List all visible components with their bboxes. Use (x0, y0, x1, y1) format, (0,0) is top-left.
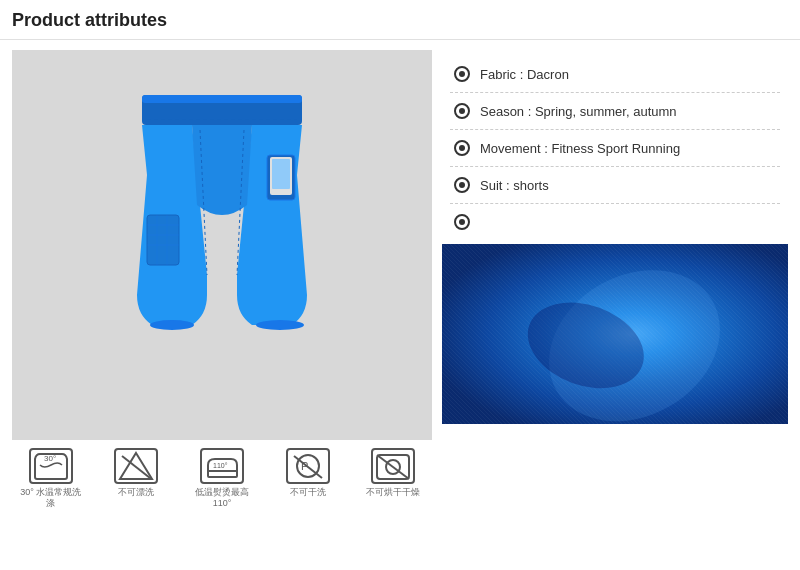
attribute-row-season: Season : Spring, summer, autumn (450, 93, 780, 130)
product-image (92, 75, 352, 415)
care-item-no-tumble: 不可烘干干燥 (358, 448, 428, 498)
bullet-icon-season (454, 103, 470, 119)
attribute-row-fabric: Fabric : Dacron (450, 56, 780, 93)
content-area: 30° 30° 水温常规洗涤 不可漂洗 (0, 40, 800, 519)
bullet-icon-fabric (454, 66, 470, 82)
svg-point-15 (256, 320, 304, 330)
wash-label: 30° 水温常规洗涤 (16, 487, 86, 509)
no-bleach-label: 不可漂洗 (118, 487, 154, 498)
attribute-text-fabric: Fabric : Dacron (480, 67, 569, 82)
product-image-container (12, 50, 432, 440)
svg-point-14 (150, 320, 194, 330)
attribute-row-movement: Movement : Fitness Sport Running (450, 130, 780, 167)
attribute-text-season: Season : Spring, summer, autumn (480, 104, 677, 119)
attribute-row-extra (450, 204, 780, 240)
svg-line-18 (122, 456, 150, 478)
svg-point-30 (459, 108, 465, 114)
care-item-no-bleach: 不可漂洗 (102, 448, 172, 498)
svg-rect-19 (208, 471, 237, 477)
wash-icon: 30° (29, 448, 73, 484)
page-title: Product attributes (0, 0, 800, 40)
care-item-no-dry: P 不可干洗 (273, 448, 343, 498)
no-tumble-label: 不可烘干干燥 (366, 487, 420, 498)
svg-point-34 (459, 182, 465, 188)
no-bleach-icon (114, 448, 158, 484)
attribute-text-movement: Movement : Fitness Sport Running (480, 141, 680, 156)
svg-rect-5 (272, 159, 290, 189)
svg-line-26 (377, 455, 409, 479)
bullet-icon-movement (454, 140, 470, 156)
svg-point-28 (459, 71, 465, 77)
no-tumble-icon (371, 448, 415, 484)
attribute-row-suit: Suit : shorts (450, 167, 780, 204)
iron-icon: 110° (200, 448, 244, 484)
no-dry-label: 不可干洗 (290, 487, 326, 498)
svg-text:110°: 110° (213, 462, 228, 469)
care-icons-row: 30° 30° 水温常规洗涤 不可漂洗 (12, 440, 432, 509)
attribute-text-suit: Suit : shorts (480, 178, 549, 193)
iron-label: 低温熨烫最高110° (187, 487, 257, 509)
fabric-image (442, 244, 788, 424)
svg-rect-1 (142, 95, 302, 103)
fabric-image-container (442, 244, 788, 509)
svg-point-32 (459, 145, 465, 151)
bullet-icon-suit (454, 177, 470, 193)
no-dry-icon: P (286, 448, 330, 484)
left-panel: 30° 30° 水温常规洗涤 不可漂洗 (12, 50, 432, 509)
svg-rect-6 (147, 215, 179, 265)
bullet-icon-extra (454, 214, 470, 230)
right-panel: Fabric : Dacron Season : Spring, summer,… (442, 50, 788, 509)
care-item-wash: 30° 30° 水温常规洗涤 (16, 448, 86, 509)
page-container: Product attributes (0, 0, 800, 519)
svg-point-36 (459, 219, 465, 225)
attributes-section: Fabric : Dacron Season : Spring, summer,… (442, 50, 788, 244)
svg-text:30°: 30° (44, 454, 56, 463)
care-item-iron: 110° 低温熨烫最高110° (187, 448, 257, 509)
